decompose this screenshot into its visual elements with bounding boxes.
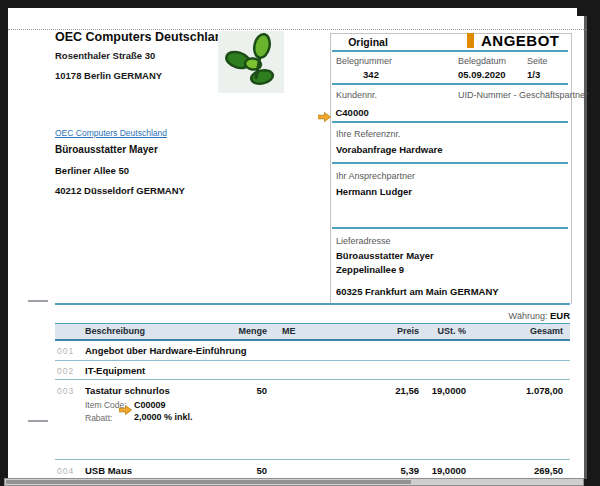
page-number-value: 1/3 [527, 69, 540, 80]
liefer-name: Büroausstatter Mayer [336, 250, 434, 261]
row-description: USB Maus [85, 465, 132, 476]
row-ust: 19,0000 [432, 465, 466, 476]
panel-divider [332, 121, 568, 123]
customer-account-link[interactable]: OEC Computers Deutschland [55, 128, 167, 138]
panel-divider [332, 50, 568, 52]
horizontal-scrollbar[interactable] [4, 478, 584, 486]
row-separator [55, 379, 570, 380]
belegdatum-value: 05.09.2020 [458, 69, 506, 80]
row-gesamt: 269,50 [534, 465, 563, 476]
drilldown-arrow-icon[interactable] [318, 108, 331, 118]
customer-city: 40212 Düsseldorf GERMANY [55, 185, 185, 196]
kundennr-row: C40000 [318, 103, 369, 121]
seite-label: Seite [527, 56, 548, 66]
row-number: 002 [57, 366, 74, 376]
row-separator [55, 459, 570, 460]
currency-line: Währung: EUR [430, 310, 570, 321]
fold-mark [28, 420, 48, 422]
row-description: IT-Equipment [85, 365, 145, 376]
liefer-city: 60325 Frankfurt am Main GERMANY [336, 286, 499, 297]
row-description: Tastatur schnurlos [85, 385, 170, 396]
row-menge: 50 [256, 465, 267, 476]
company-plant-logo-icon [218, 31, 284, 93]
currency-label: Währung: [508, 311, 547, 321]
row-number: 001 [57, 346, 74, 356]
customer-street: Berliner Allee 50 [55, 165, 129, 176]
section-divider [55, 303, 570, 305]
col-header-menge: Menge [238, 326, 267, 336]
item-code-value: C00009 [134, 400, 166, 410]
rabatt-label: Rabatt: [85, 413, 112, 423]
belegdatum-label: Belegdatum [458, 56, 506, 66]
belegnummer-value: 342 [336, 69, 406, 80]
kundennr-value: C40000 [335, 107, 368, 118]
panel-divider [332, 162, 568, 164]
col-header-ust: USt. % [437, 326, 466, 336]
seller-street: Rosenthaler Straße 30 [55, 50, 155, 61]
referenz-value: Vorabanfrage Hardware [336, 144, 442, 155]
seller-name: OEC Computers Deutschland [55, 30, 230, 44]
referenz-label: Ihre Referenznr. [336, 129, 401, 139]
page-shadow [584, 16, 587, 479]
scrollbar-thumb[interactable] [6, 480, 411, 484]
panel-divider [332, 227, 568, 229]
col-header-gesamt: Gesamt [530, 326, 563, 336]
panel-divider [332, 83, 568, 85]
rabatt-value: 2,0000 % inkl. [134, 412, 193, 422]
belegnummer-label: Belegnummer [336, 56, 392, 66]
row-preis: 5,39 [401, 465, 420, 476]
drilldown-arrow-icon[interactable] [119, 401, 132, 411]
row-number: 003 [57, 386, 74, 396]
row-description: Angebot über Hardware-Einführung [85, 345, 247, 356]
row-number: 004 [57, 466, 74, 476]
copy-type-label: Original [330, 36, 406, 48]
row-separator [55, 360, 570, 361]
col-header-me: ME [282, 326, 296, 336]
row-ust: 19,0000 [432, 385, 466, 396]
ansprechpartner-label: Ihr Ansprechpartner [336, 171, 415, 181]
fold-mark [28, 300, 48, 302]
window-frame-corner [577, 0, 600, 16]
row-preis: 21,56 [395, 385, 419, 396]
kundennr-label: Kundennr. [336, 90, 377, 100]
doc-type-accent-bar [467, 33, 474, 48]
uid-label: UID-Nummer - Geschäftspartner [458, 90, 588, 100]
col-header-beschreibung: Beschreibung [85, 326, 145, 336]
ansprechpartner-value: Hermann Ludger [336, 186, 412, 197]
seller-city: 10178 Berlin GERMANY [55, 70, 162, 81]
lieferadresse-label: Lieferadresse [336, 236, 391, 246]
row-gesamt: 1.078,00 [526, 385, 563, 396]
currency-value: EUR [550, 310, 570, 321]
row-menge: 50 [256, 385, 267, 396]
liefer-street: Zeppelinallee 9 [336, 264, 404, 275]
customer-name: Büroausstatter Mayer [55, 144, 158, 155]
col-header-preis: Preis [397, 326, 419, 336]
doc-type-title: ANGEBOT [481, 32, 560, 49]
